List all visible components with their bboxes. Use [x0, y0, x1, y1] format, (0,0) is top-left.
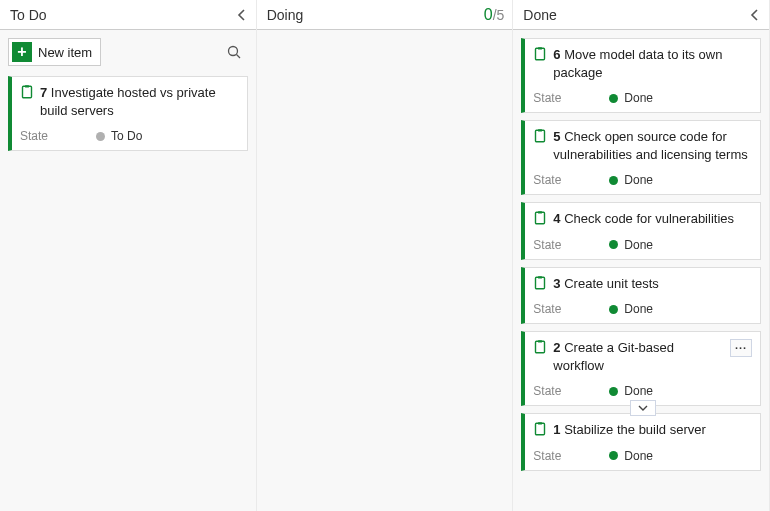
card-title-row: 7 Investigate hosted vs private build se… [20, 84, 239, 119]
svg-rect-4 [536, 48, 545, 60]
state-dot-icon [609, 94, 618, 103]
state-text: Done [624, 173, 653, 187]
state-dot-icon [609, 305, 618, 314]
work-item-id: 2 [553, 340, 560, 355]
work-item-card[interactable]: 2 Create a Git-based workflow···StateDon… [521, 331, 761, 406]
card-state-field: StateDone [533, 449, 752, 463]
swimlane-done: 6 Move model data to its own packageStat… [513, 30, 769, 511]
pbi-icon [533, 422, 547, 436]
pbi-icon [533, 129, 547, 143]
work-item-title: Check code for vulnerabilities [564, 211, 734, 226]
new-item-label: New item [38, 45, 92, 60]
state-dot-icon [609, 176, 618, 185]
swimlane-doing[interactable] [257, 30, 513, 511]
work-item-title: Stabilize the build server [564, 422, 706, 437]
column-title: Done [523, 7, 749, 23]
card-title-row: 5 Check open source code for vulnerabili… [533, 128, 752, 163]
state-value[interactable]: Done [609, 302, 653, 316]
state-value[interactable]: Done [609, 238, 653, 252]
state-value[interactable]: Done [609, 449, 653, 463]
work-item-title: Investigate hosted vs private build serv… [40, 85, 216, 118]
field-label-state: State [533, 302, 609, 316]
work-item-id: 1 [553, 422, 560, 437]
card-title[interactable]: 2 Create a Git-based workflow [553, 339, 720, 374]
pbi-icon [533, 47, 547, 61]
state-dot-icon [96, 132, 105, 141]
card-state-field: StateDone [533, 173, 752, 187]
work-item-id: 5 [553, 129, 560, 144]
work-item-card[interactable]: 4 Check code for vulnerabilitiesStateDon… [521, 202, 761, 260]
svg-rect-2 [23, 86, 32, 98]
work-item-card[interactable]: 1 Stabilize the build serverStateDone [521, 413, 761, 471]
svg-point-0 [228, 47, 237, 56]
svg-rect-9 [538, 211, 542, 213]
field-label-state: State [533, 173, 609, 187]
pbi-icon [20, 85, 34, 99]
work-item-title: Move model data to its own package [553, 47, 722, 80]
column-title: Doing [267, 7, 484, 23]
svg-rect-7 [538, 129, 542, 131]
expand-card-button[interactable] [630, 400, 656, 416]
card-title[interactable]: 6 Move model data to its own package [553, 46, 752, 81]
column-title: To Do [10, 7, 236, 23]
new-item-button[interactable]: + New item [8, 38, 101, 66]
state-value[interactable]: To Do [96, 129, 142, 143]
pbi-icon [533, 340, 547, 354]
state-text: Done [624, 91, 653, 105]
svg-rect-15 [538, 423, 542, 425]
column-header-doing[interactable]: Doing 0/5 [257, 0, 513, 30]
search-icon[interactable] [226, 44, 242, 60]
work-item-id: 4 [553, 211, 560, 226]
card-state-field: StateDone [533, 238, 752, 252]
pbi-icon [533, 276, 547, 290]
work-item-title: Check open source code for vulnerabiliti… [553, 129, 747, 162]
column-todo: To Do + New item 7 Investigate hosted vs… [0, 0, 257, 511]
card-title[interactable]: 7 Investigate hosted vs private build se… [40, 84, 239, 119]
state-text: Done [624, 238, 653, 252]
work-item-card[interactable]: 7 Investigate hosted vs private build se… [8, 76, 248, 151]
svg-rect-11 [538, 276, 542, 278]
card-title[interactable]: 1 Stabilize the build server [553, 421, 752, 439]
state-text: Done [624, 384, 653, 398]
wip-counter: 0/5 [484, 6, 505, 24]
work-item-card[interactable]: 6 Move model data to its own packageStat… [521, 38, 761, 113]
card-title-row: 1 Stabilize the build server [533, 421, 752, 439]
svg-rect-3 [25, 85, 29, 87]
svg-rect-5 [538, 47, 542, 49]
svg-rect-6 [536, 130, 545, 142]
state-value[interactable]: Done [609, 173, 653, 187]
card-title[interactable]: 3 Create unit tests [553, 275, 752, 293]
card-title-row: 2 Create a Git-based workflow··· [533, 339, 752, 374]
collapse-icon[interactable] [236, 9, 248, 21]
state-text: To Do [111, 129, 142, 143]
work-item-id: 6 [553, 47, 560, 62]
card-title-row: 6 Move model data to its own package [533, 46, 752, 81]
column-header-done[interactable]: Done [513, 0, 769, 30]
column-doing: Doing 0/5 [257, 0, 514, 511]
card-title[interactable]: 5 Check open source code for vulnerabili… [553, 128, 752, 163]
work-item-card[interactable]: 3 Create unit testsStateDone [521, 267, 761, 325]
work-item-card[interactable]: 5 Check open source code for vulnerabili… [521, 120, 761, 195]
state-dot-icon [609, 387, 618, 396]
state-value[interactable]: Done [609, 91, 653, 105]
card-state-field: StateDone [533, 384, 752, 398]
svg-rect-8 [536, 212, 545, 224]
work-item-title: Create a Git-based workflow [553, 340, 674, 373]
state-text: Done [624, 302, 653, 316]
pbi-icon [533, 211, 547, 225]
collapse-icon[interactable] [749, 9, 761, 21]
plus-icon: + [12, 42, 32, 62]
card-title-row: 4 Check code for vulnerabilities [533, 210, 752, 228]
svg-rect-13 [538, 340, 542, 342]
card-title[interactable]: 4 Check code for vulnerabilities [553, 210, 752, 228]
card-actions-button[interactable]: ··· [730, 339, 752, 357]
svg-line-1 [236, 55, 240, 59]
field-label-state: State [533, 449, 609, 463]
state-dot-icon [609, 240, 618, 249]
field-label-state: State [533, 238, 609, 252]
card-state-field: StateDone [533, 302, 752, 316]
column-header-todo[interactable]: To Do [0, 0, 256, 30]
field-label-state: State [20, 129, 96, 143]
state-value[interactable]: Done [609, 384, 653, 398]
work-item-id: 7 [40, 85, 47, 100]
